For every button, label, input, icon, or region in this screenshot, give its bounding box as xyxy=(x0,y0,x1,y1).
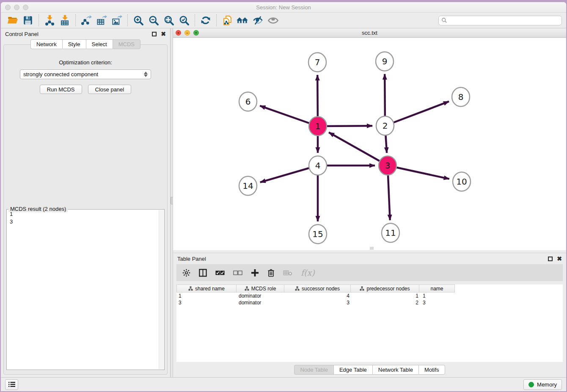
show-columns-button[interactable] xyxy=(199,269,207,277)
criterion-select[interactable]: strongly connected component xyxy=(20,69,151,79)
graph-node-label: 11 xyxy=(385,228,396,238)
deselect-all-button[interactable] xyxy=(233,270,242,276)
close-panel-button[interactable]: Close panel xyxy=(88,85,132,94)
mcds-result-item: 1 xyxy=(8,210,158,218)
column-header-label: MCDS role xyxy=(251,286,276,292)
memory-button[interactable]: Memory xyxy=(523,379,562,390)
mcds-result-item: 3 xyxy=(8,218,158,226)
desktop-frame: Session: New Session xyxy=(0,0,567,392)
column-header-label: predecessor nodes xyxy=(366,286,410,292)
apply-layout-button[interactable] xyxy=(198,14,213,27)
clone-network-button[interactable] xyxy=(220,14,235,27)
zoom-selected-icon xyxy=(179,15,190,26)
tab-motifs[interactable]: Motifs xyxy=(418,365,445,375)
table-panel: Table Panel ✖ xyxy=(173,253,566,377)
delete-table-button[interactable] xyxy=(283,270,292,276)
table-cell[interactable]: 2 xyxy=(352,300,421,306)
column-header-name[interactable]: name xyxy=(419,284,455,293)
zoom-out-button[interactable] xyxy=(146,14,161,27)
optimization-criterion-label: Optimization criterion: xyxy=(59,59,112,66)
h-scroll-grip[interactable] xyxy=(370,247,374,250)
table-row[interactable]: 1dominator411 xyxy=(176,293,563,299)
table-cell[interactable]: 3 xyxy=(285,300,352,306)
graph-node-label: 15 xyxy=(312,229,323,239)
import-table-button[interactable] xyxy=(57,14,72,27)
add-row-button[interactable] xyxy=(251,269,259,277)
hide-details-button[interactable] xyxy=(250,14,265,27)
save-icon xyxy=(22,15,33,26)
column-header-predecessor-nodes[interactable]: predecessor nodes xyxy=(350,284,419,293)
task-history-button[interactable] xyxy=(5,379,18,390)
graph-node-label: 2 xyxy=(383,121,388,131)
table-row[interactable]: 3dominator323 xyxy=(176,299,563,306)
zoom-in-button[interactable] xyxy=(131,14,146,27)
eye-slash-icon xyxy=(252,15,264,26)
panel-splitter[interactable] xyxy=(170,28,173,377)
select-all-button[interactable] xyxy=(215,270,225,276)
table-cell[interactable]: 1 xyxy=(352,293,421,299)
main-toolbar xyxy=(1,13,566,28)
gear-icon xyxy=(182,269,190,277)
delete-row-button[interactable] xyxy=(267,269,275,277)
tab-select[interactable]: Select xyxy=(86,39,113,49)
graph-edge-2-8[interactable] xyxy=(385,102,449,126)
select-all-icon xyxy=(215,270,225,276)
table-cell[interactable]: dominator xyxy=(237,293,285,299)
tab-mcds[interactable]: MCDS xyxy=(113,39,140,49)
table-header-row: shared nameMCDS rolesuccessor nodesprede… xyxy=(176,284,563,293)
close-table-panel-icon[interactable]: ✖ xyxy=(557,257,562,261)
table-cell[interactable]: 1 xyxy=(176,293,237,299)
control-panel-title: Control Panel xyxy=(5,31,39,37)
export-table-icon xyxy=(96,15,107,26)
graph-edge-3-10[interactable] xyxy=(388,166,449,179)
run-mcds-button[interactable]: Run MCDS xyxy=(40,85,82,94)
mcds-panel: Optimization criterion: strongly connect… xyxy=(3,44,168,375)
table-panel-title: Table Panel xyxy=(177,256,206,262)
float-table-panel-icon[interactable] xyxy=(548,257,553,261)
toolbar-separator xyxy=(127,14,128,26)
table-cell[interactable]: 3 xyxy=(176,300,237,306)
home-icon xyxy=(236,15,249,26)
search-input[interactable] xyxy=(447,17,559,23)
float-panel-icon[interactable] xyxy=(152,32,157,36)
column-header-label: name xyxy=(430,286,443,292)
window-title: Session: New Session xyxy=(1,4,566,11)
tab-network-table[interactable]: Network Table xyxy=(372,365,418,375)
tab-style[interactable]: Style xyxy=(62,39,86,49)
graph-edge-3-1[interactable] xyxy=(329,133,388,166)
table-cell[interactable]: 3 xyxy=(421,300,457,306)
table-options-button[interactable] xyxy=(182,269,190,277)
zoom-selected-button[interactable] xyxy=(176,14,192,27)
mcds-result-box[interactable]: MCDS result (2 nodes) 13 xyxy=(6,209,165,370)
export-network-button[interactable] xyxy=(79,14,94,27)
show-details-button[interactable] xyxy=(265,14,281,27)
network-canvas[interactable]: 7968124314101511 xyxy=(173,38,566,250)
table-cell[interactable]: 4 xyxy=(285,293,352,299)
tab-network[interactable]: Network xyxy=(30,39,62,49)
function-builder-button[interactable]: f(x) xyxy=(301,268,315,277)
control-panel-header: Control Panel ✖ xyxy=(1,28,170,39)
toolbar-separator xyxy=(39,14,39,26)
export-table-button[interactable] xyxy=(94,14,109,27)
zoom-fit-button[interactable] xyxy=(161,14,176,27)
scrollbar[interactable] xyxy=(159,210,164,369)
tab-edge-table[interactable]: Edge Table xyxy=(333,365,372,375)
save-session-button[interactable] xyxy=(20,14,36,27)
home-button[interactable] xyxy=(235,14,250,27)
close-panel-icon[interactable]: ✖ xyxy=(161,32,166,36)
column-header-shared-name[interactable]: shared name xyxy=(176,284,237,293)
export-image-button[interactable] xyxy=(109,14,124,27)
column-header-successor-nodes[interactable]: successor nodes xyxy=(284,284,351,293)
columns-icon xyxy=(199,269,207,277)
open-session-button[interactable] xyxy=(5,14,20,27)
table-cell[interactable]: 1 xyxy=(421,293,457,299)
tab-node-table[interactable]: Node Table xyxy=(294,365,333,375)
column-type-icon xyxy=(360,286,364,291)
import-network-button[interactable] xyxy=(42,14,57,27)
fx-icon: f(x) xyxy=(301,268,315,277)
column-header-mcds-role[interactable]: MCDS role xyxy=(236,284,284,293)
table-cell[interactable]: dominator xyxy=(237,300,285,306)
plus-icon xyxy=(251,269,259,277)
delete-table-icon xyxy=(283,270,292,276)
graph-node-label: 6 xyxy=(245,97,251,107)
